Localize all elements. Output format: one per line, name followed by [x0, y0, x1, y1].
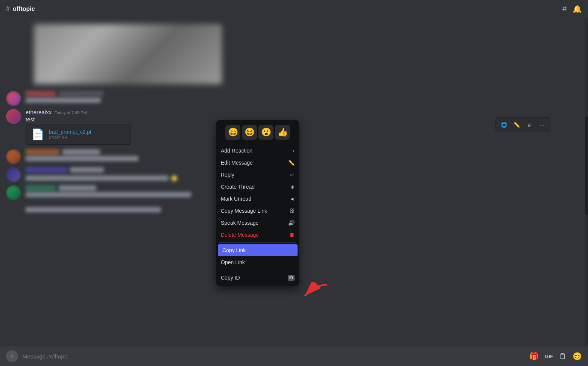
red-arrow: [301, 282, 331, 304]
message-content: [26, 149, 582, 163]
context-menu: 😄 😆 😮 👍 Add Reaction › Edit Message ✏️ R…: [216, 120, 299, 286]
mark-unread-menu-item[interactable]: Mark Unread ◄: [216, 193, 299, 205]
edit-button[interactable]: ✏️: [511, 119, 522, 130]
message-content: [26, 91, 582, 104]
add-reaction-menu-item[interactable]: Add Reaction ›: [216, 145, 299, 157]
delete-message-label: Delete Message: [221, 232, 259, 238]
menu-divider: [219, 242, 296, 243]
emoji-laugh-button[interactable]: 😄: [225, 125, 240, 140]
message-toolbar: 🌐 ✏️ # ···: [495, 117, 550, 132]
edit-message-icon: ✏️: [288, 160, 295, 166]
reply-label: Reply: [221, 172, 234, 178]
file-icon: 📄: [31, 128, 44, 141]
edit-message-label: Edit Message: [221, 160, 253, 166]
create-thread-label: Create Thread: [221, 184, 255, 190]
create-thread-menu-item[interactable]: Create Thread ⊕: [216, 181, 299, 193]
copy-link-label: Copy Link: [222, 247, 246, 253]
username: etherealxx: [26, 109, 52, 115]
message-input-bar: + 🎁 GIF 🗒 😊: [0, 346, 588, 366]
speak-message-icon: 🔊: [288, 220, 295, 226]
copy-link-menu-item[interactable]: Copy Link: [218, 244, 298, 256]
input-toolbar: 🎁 GIF 🗒 😊: [529, 352, 582, 361]
emoji-icon[interactable]: 😊: [573, 352, 582, 361]
translate-button[interactable]: 🌐: [498, 119, 509, 130]
gif-icon[interactable]: GIF: [545, 354, 553, 359]
create-thread-button[interactable]: #: [524, 119, 535, 130]
avatar: [6, 167, 21, 182]
reply-icon: ↩: [290, 172, 295, 178]
speak-message-label: Speak Message: [221, 220, 258, 226]
header-right: # 🔔: [562, 5, 582, 14]
mark-unread-icon: ◄: [289, 196, 295, 202]
open-link-label: Open Link: [221, 259, 245, 265]
emoji-thumbsup-button[interactable]: 👍: [275, 125, 290, 140]
message-input[interactable]: [23, 353, 525, 360]
channel-title: # offtopic: [6, 5, 35, 13]
reply-menu-item[interactable]: Reply ↩: [216, 169, 299, 181]
copy-id-icon: ID: [288, 275, 295, 281]
mark-unread-label: Mark Unread: [221, 196, 251, 202]
add-file-button[interactable]: +: [6, 350, 18, 362]
header: # offtopic # 🔔: [0, 0, 588, 18]
channel-name: offtopic: [13, 6, 35, 12]
copy-message-link-menu-item[interactable]: Copy Message Link ⛓: [216, 205, 299, 217]
open-link-menu-item[interactable]: Open Link: [216, 256, 299, 268]
search-channels-icon[interactable]: #: [562, 5, 567, 13]
emoji-row: 😄 😆 😮 👍: [216, 123, 299, 143]
copy-id-label: Copy ID: [221, 275, 240, 281]
more-options-button[interactable]: ···: [536, 119, 548, 130]
avatar: [6, 91, 21, 106]
add-reaction-label: Add Reaction: [221, 148, 252, 154]
add-reaction-icon: ›: [293, 148, 295, 154]
edit-message-menu-item[interactable]: Edit Message ✏️: [216, 157, 299, 169]
emoji-grin-button[interactable]: 😆: [242, 125, 257, 140]
sticker-icon[interactable]: 🗒: [559, 352, 567, 361]
notification-bell-icon[interactable]: 🔔: [573, 5, 582, 14]
file-attachment: 📄 bad_prompt_v2.pt 24.92 KB: [26, 124, 131, 145]
message-content: [26, 185, 582, 214]
copy-id-menu-item[interactable]: Copy ID ID: [216, 272, 299, 284]
file-size: 24.92 KB: [49, 135, 91, 140]
timestamp: Today at 7:43 PM: [55, 110, 87, 115]
file-info: bad_prompt_v2.pt 24.92 KB: [49, 129, 91, 140]
avatar: [6, 185, 21, 200]
list-item: [0, 90, 588, 107]
avatar: [6, 109, 21, 124]
delete-message-menu-item[interactable]: Delete Message 🗑: [216, 229, 299, 241]
copy-message-link-icon: ⛓: [289, 208, 295, 214]
create-thread-icon: ⊕: [290, 184, 295, 190]
blurred-image: [34, 24, 222, 84]
hash-icon: #: [6, 5, 10, 13]
message-header: [26, 91, 582, 96]
speak-message-menu-item[interactable]: Speak Message 🔊: [216, 217, 299, 229]
gift-icon[interactable]: 🎁: [529, 352, 539, 361]
delete-message-icon: 🗑: [289, 232, 295, 238]
message-content: ⭐: [26, 167, 582, 182]
file-name[interactable]: bad_prompt_v2.pt: [49, 129, 91, 135]
message-header: etherealxx Today at 7:43 PM: [26, 109, 582, 115]
menu-divider-2: [219, 270, 296, 270]
emoji-surprise-button[interactable]: 😮: [258, 125, 273, 140]
avatar: [6, 149, 21, 164]
copy-message-link-label: Copy Message Link: [221, 208, 267, 214]
